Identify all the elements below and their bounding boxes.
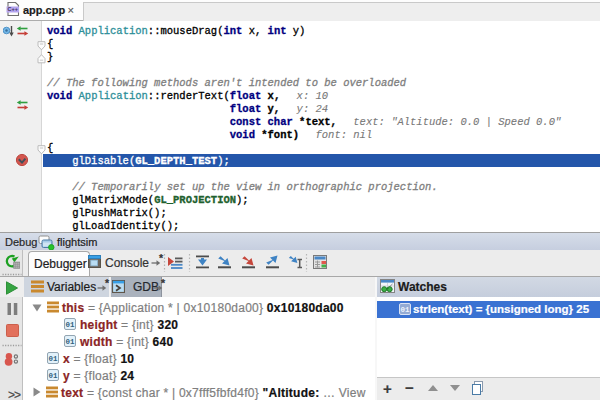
svg-text:01: 01	[48, 372, 58, 380]
svg-text:01: 01	[400, 306, 410, 314]
svg-text:01: 01	[65, 321, 75, 329]
svg-text:01: 01	[48, 355, 58, 363]
svg-text:C++: C++	[7, 6, 17, 12]
svg-text:01: 01	[65, 338, 75, 346]
